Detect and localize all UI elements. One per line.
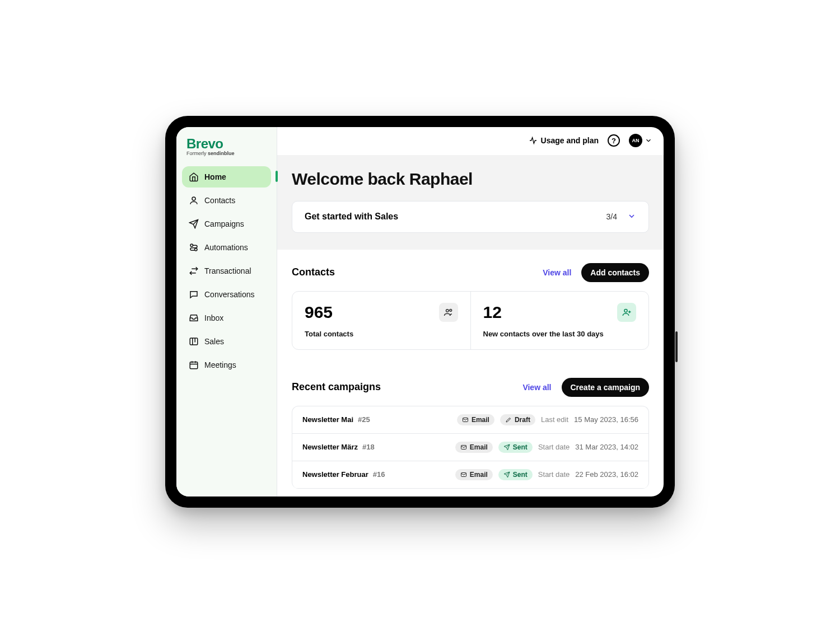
campaign-type-pill: Email	[457, 414, 494, 425]
sidebar-item-contacts[interactable]: Contacts	[182, 190, 271, 211]
svg-point-5	[446, 309, 449, 312]
new-contacts-card[interactable]: 12 New contacts over the last 30 days	[470, 292, 649, 349]
page-title: Welcome back Raphael	[292, 170, 649, 189]
pencil-icon	[505, 416, 512, 423]
mail-icon	[462, 416, 469, 423]
topbar: Usage and plan ? AN	[277, 127, 664, 155]
campaign-meta-label: Start date	[538, 443, 570, 451]
svg-point-2	[195, 248, 198, 251]
campaign-row[interactable]: Newsletter Mai #25 Email Draf	[292, 406, 648, 434]
mail-icon	[460, 444, 467, 451]
svg-rect-3	[190, 338, 198, 345]
campaign-name: Newsletter Mai	[302, 415, 353, 424]
activity-icon	[529, 136, 538, 145]
logo-block: Brevo Formerly sendinblue	[182, 135, 271, 166]
sidebar: Brevo Formerly sendinblue Home Contacts	[176, 127, 277, 496]
svg-point-1	[190, 244, 193, 247]
contacts-title: Contacts	[292, 266, 335, 278]
campaign-meta-label: Last edit	[541, 415, 568, 424]
sidebar-item-meetings[interactable]: Meetings	[182, 354, 271, 376]
campaign-id: #25	[358, 415, 370, 424]
content-scroll: Welcome back Raphael Get started with Sa…	[277, 155, 664, 496]
sidebar-item-sales[interactable]: Sales	[182, 331, 271, 352]
tablet-frame: Brevo Formerly sendinblue Home Contacts	[165, 116, 675, 508]
campaign-status-pill: Sent	[498, 442, 533, 453]
get-started-progress: 3/4	[606, 212, 617, 221]
sidebar-item-label: Home	[204, 172, 226, 181]
send-icon	[503, 444, 510, 451]
campaign-id: #18	[362, 443, 375, 451]
mail-icon	[460, 471, 467, 478]
svg-point-6	[449, 309, 451, 311]
users-icon	[439, 303, 458, 322]
account-menu[interactable]: AN	[629, 134, 652, 147]
get-started-title: Get started with Sales	[305, 212, 398, 222]
campaign-row[interactable]: Newsletter Februar #16 Email	[292, 461, 648, 489]
sidebar-item-transactional[interactable]: Transactional	[182, 260, 271, 282]
campaign-id: #16	[373, 470, 385, 479]
brand-tagline: Formerly sendinblue	[186, 151, 267, 156]
sidebar-item-label: Meetings	[204, 360, 236, 369]
campaign-name: Newsletter März	[302, 443, 358, 451]
svg-point-7	[624, 309, 627, 312]
usage-and-plan-button[interactable]: Usage and plan	[529, 136, 599, 145]
sidebar-item-conversations[interactable]: Conversations	[182, 284, 271, 305]
svg-point-0	[192, 197, 195, 200]
campaign-list: Newsletter Mai #25 Email Draf	[292, 406, 649, 489]
inbox-icon	[189, 313, 199, 323]
campaign-status-pill: Draft	[500, 414, 535, 425]
sidebar-nav: Home Contacts Campaigns	[182, 166, 271, 376]
welcome-block: Welcome back Raphael Get started with Sa…	[277, 155, 664, 250]
chevron-down-icon	[627, 212, 636, 222]
send-icon	[503, 471, 510, 478]
kanban-icon	[189, 336, 199, 346]
campaign-type-pill: Email	[455, 469, 493, 480]
automation-icon	[189, 242, 199, 252]
screen: Brevo Formerly sendinblue Home Contacts	[176, 127, 664, 496]
campaign-meta-value: 31 Mar 2023, 14:02	[575, 443, 638, 451]
campaigns-title: Recent campaigns	[292, 381, 381, 393]
sidebar-item-automations[interactable]: Automations	[182, 237, 271, 258]
user-icon	[189, 195, 199, 205]
campaigns-section: Recent campaigns View all Create a campa…	[277, 355, 664, 494]
svg-rect-4	[190, 362, 198, 368]
sidebar-item-label: Sales	[204, 337, 224, 346]
total-contacts-label: Total contacts	[305, 330, 458, 338]
brand-logo: Brevo	[186, 136, 267, 152]
campaigns-view-all-link[interactable]: View all	[522, 383, 551, 392]
sidebar-item-label: Inbox	[204, 313, 223, 322]
sidebar-item-label: Contacts	[204, 196, 235, 205]
sidebar-item-home[interactable]: Home	[182, 166, 271, 188]
sidebar-item-inbox[interactable]: Inbox	[182, 307, 271, 329]
campaign-row[interactable]: Newsletter März #18 Email Sen	[292, 434, 648, 461]
swap-icon	[189, 266, 199, 276]
create-campaign-button[interactable]: Create a campaign	[562, 378, 650, 397]
sidebar-item-campaigns[interactable]: Campaigns	[182, 213, 271, 235]
usage-label: Usage and plan	[541, 136, 599, 145]
home-icon	[189, 172, 199, 182]
contacts-cards: 965 Total contacts 12	[292, 291, 649, 350]
get-started-meta: 3/4	[606, 212, 636, 222]
chevron-down-icon	[645, 137, 652, 144]
sidebar-item-label: Transactional	[204, 266, 251, 275]
campaign-status-pill: Sent	[498, 469, 533, 480]
main: Usage and plan ? AN Welcome back Raphael	[277, 127, 664, 496]
sidebar-item-label: Automations	[204, 243, 248, 252]
calendar-icon	[189, 360, 199, 370]
campaign-name: Newsletter Februar	[302, 470, 368, 479]
contacts-section: Contacts View all Add contacts 965	[277, 250, 664, 355]
sidebar-item-label: Conversations	[204, 290, 255, 299]
sidebar-item-label: Campaigns	[204, 219, 244, 228]
help-button[interactable]: ?	[608, 134, 620, 147]
campaign-meta-value: 15 May 2023, 16:56	[574, 415, 638, 424]
help-icon: ?	[612, 137, 616, 145]
add-contacts-button[interactable]: Add contacts	[581, 263, 649, 282]
new-contacts-label: New contacts over the last 30 days	[483, 330, 637, 338]
campaign-meta-value: 22 Feb 2023, 16:02	[575, 470, 638, 479]
get-started-card[interactable]: Get started with Sales 3/4	[292, 201, 649, 233]
campaign-meta-label: Start date	[538, 470, 570, 479]
total-contacts-card[interactable]: 965 Total contacts	[292, 292, 470, 349]
new-contacts-value: 12	[483, 303, 502, 322]
contacts-view-all-link[interactable]: View all	[543, 268, 571, 277]
avatar: AN	[629, 134, 642, 147]
